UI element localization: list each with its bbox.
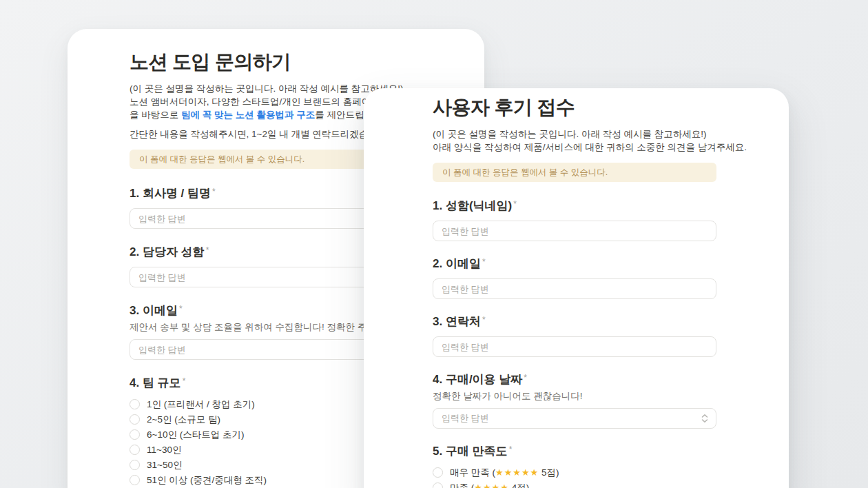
email-input[interactable] xyxy=(433,278,716,299)
question-label-text: 4. 구매/이용 날짜 xyxy=(433,373,522,386)
radio-option-label: 51인 이상 (중견/중대형 조직) xyxy=(147,475,267,485)
option-text-post: 5점) xyxy=(539,467,559,478)
radio-icon[interactable] xyxy=(130,475,140,485)
radio-option-label: 만족 (★★★★ 4점) xyxy=(450,482,529,488)
option-text-pre: 매우 만족 ( xyxy=(450,467,495,478)
question-label-text: 3. 이메일 xyxy=(130,304,178,317)
option-text-pre: 만족 ( xyxy=(450,482,474,488)
required-asterisk: * xyxy=(524,373,527,383)
notion-structure-link[interactable]: 팀에 꼭 맞는 노션 활용법과 구조 xyxy=(181,110,315,120)
notice-text: 이 폼에 대한 응답은 웹에서 볼 수 있습니다. xyxy=(442,167,608,177)
four-stars-icon: ★★★★ xyxy=(474,482,509,488)
required-asterisk: * xyxy=(206,245,209,255)
radio-option-label: 매우 만족 (★★★★★ 5점) xyxy=(450,467,559,478)
required-asterisk: * xyxy=(482,257,486,267)
select-placeholder: 입력한 답변 xyxy=(442,412,489,425)
description-line-3-pre: 을 바탕으로 xyxy=(130,110,181,120)
question-label: 5. 구매 만족도* xyxy=(433,445,716,458)
question-email: 2. 이메일* xyxy=(433,258,716,299)
required-asterisk: * xyxy=(212,187,216,196)
question-label-text: 4. 팀 규모 xyxy=(130,376,181,389)
notice-text: 이 폼에 대한 응답은 웹에서 볼 수 있습니다. xyxy=(139,154,304,164)
question-label: 1. 성함(닉네임)* xyxy=(433,200,716,213)
form-title: 사용자 후기 접수 xyxy=(433,96,716,119)
radio-icon[interactable] xyxy=(130,429,140,440)
radio-icon[interactable] xyxy=(130,445,140,455)
satisfaction-options: 매우 만족 (★★★★★ 5점) 만족 (★★★★ 4점) xyxy=(433,467,716,488)
question-label-text: 3. 연락처 xyxy=(433,315,481,328)
user-review-form-card: 사용자 후기 접수 (이 곳은 설명을 작성하는 곳입니다. 아래 작성 예시를… xyxy=(364,88,789,488)
required-asterisk: * xyxy=(183,376,186,386)
name-nickname-input[interactable] xyxy=(433,221,716,241)
page-background: { "colors": { "page_background": "#ebede… xyxy=(0,0,868,488)
question-label-text: 1. 회사명 / 팀명 xyxy=(130,187,211,200)
radio-icon[interactable] xyxy=(433,467,443,478)
question-name-nickname: 1. 성함(닉네임)* xyxy=(433,200,716,241)
question-label-text: 1. 성함(닉네임) xyxy=(433,199,512,212)
radio-icon[interactable] xyxy=(130,460,140,470)
radio-option-very-satisfied[interactable]: 매우 만족 (★★★★★ 5점) xyxy=(433,467,716,478)
radio-option-satisfied[interactable]: 만족 (★★★★ 4점) xyxy=(433,482,716,488)
radio-option-label: 31~50인 xyxy=(147,460,182,470)
required-asterisk: * xyxy=(179,304,183,314)
question-label-text: 5. 구매 만족도 xyxy=(433,445,508,458)
radio-option-label: 1인 (프리랜서 / 창업 초기) xyxy=(147,399,255,409)
question-label-text: 2. 이메일 xyxy=(433,257,481,270)
form-title: 노션 도입 문의하기 xyxy=(130,50,419,74)
five-stars-icon: ★★★★★ xyxy=(495,467,539,478)
question-purchase-date: 4. 구매/이용 날짜* 정확한 날짜가 아니어도 괜찮습니다! 입력한 답변 xyxy=(433,374,716,429)
question-label-text: 2. 담당자 성함 xyxy=(130,245,205,258)
option-text-post: 4점) xyxy=(509,482,529,488)
description-line-1: (이 곳은 설명을 작성하는 곳입니다. 아래 작성 예시를 참고하세요!) xyxy=(130,83,404,94)
question-label: 4. 구매/이용 날짜* xyxy=(433,374,716,387)
question-label: 3. 연락처* xyxy=(433,316,716,329)
phone-input[interactable] xyxy=(433,336,716,357)
radio-option-label: 6~10인 (스타트업 초기) xyxy=(147,429,244,440)
required-asterisk: * xyxy=(513,199,517,209)
question-description: 정확한 날짜가 아니어도 괜찮습니다! xyxy=(433,392,716,401)
radio-icon[interactable] xyxy=(130,414,140,425)
question-label: 2. 이메일* xyxy=(433,258,716,271)
description-line-2: 아래 양식을 작성하여 제품/서비스에 대한 귀하의 소중한 의견을 남겨주세요… xyxy=(433,142,747,152)
radio-icon[interactable] xyxy=(433,482,443,488)
description-line-1: (이 곳은 설명을 작성하는 곳입니다. 아래 작성 예시를 참고하세요!) xyxy=(433,129,707,139)
required-asterisk: * xyxy=(509,445,513,454)
radio-icon[interactable] xyxy=(130,399,140,409)
question-phone: 3. 연락처* xyxy=(433,316,716,357)
radio-option-label: 11~30인 xyxy=(147,445,181,455)
responses-visible-notice: 이 폼에 대한 응답은 웹에서 볼 수 있습니다. xyxy=(433,163,716,182)
question-satisfaction: 5. 구매 만족도* 매우 만족 (★★★★★ 5점) 만족 (★★★★ 4점) xyxy=(433,445,716,488)
required-asterisk: * xyxy=(482,315,486,325)
purchase-date-select[interactable]: 입력한 답변 xyxy=(433,408,716,429)
chevron-up-down-icon xyxy=(701,414,709,423)
radio-option-label: 2~5인 (소규모 팀) xyxy=(147,414,220,425)
form-description: (이 곳은 설명을 작성하는 곳입니다. 아래 작성 예시를 참고하세요!) 아… xyxy=(433,128,716,154)
